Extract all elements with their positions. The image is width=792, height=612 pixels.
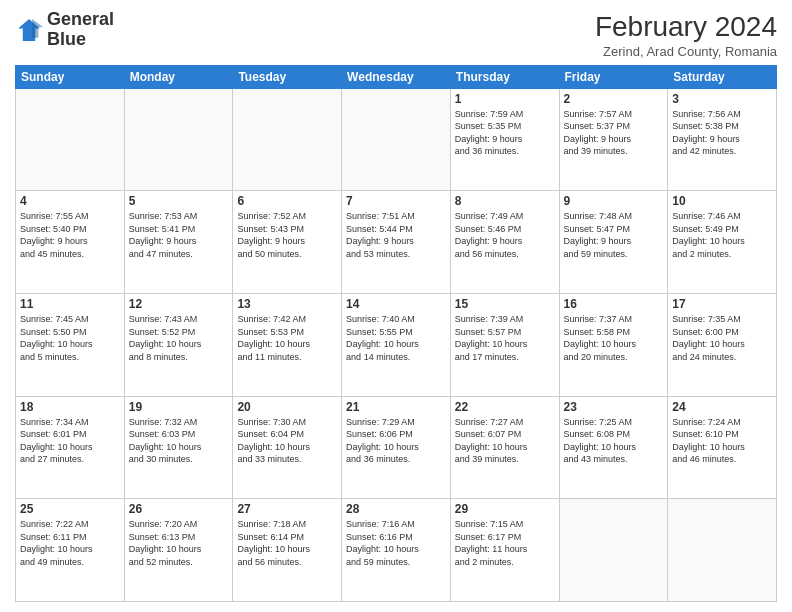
calendar-cell: 20Sunrise: 7:30 AM Sunset: 6:04 PM Dayli…	[233, 396, 342, 499]
day-info: Sunrise: 7:53 AM Sunset: 5:41 PM Dayligh…	[129, 210, 229, 260]
day-info: Sunrise: 7:15 AM Sunset: 6:17 PM Dayligh…	[455, 518, 555, 568]
day-info: Sunrise: 7:56 AM Sunset: 5:38 PM Dayligh…	[672, 108, 772, 158]
calendar-cell: 8Sunrise: 7:49 AM Sunset: 5:46 PM Daylig…	[450, 191, 559, 294]
day-info: Sunrise: 7:30 AM Sunset: 6:04 PM Dayligh…	[237, 416, 337, 466]
logo-text: General Blue	[47, 10, 114, 50]
day-number: 11	[20, 297, 120, 311]
calendar-cell: 5Sunrise: 7:53 AM Sunset: 5:41 PM Daylig…	[124, 191, 233, 294]
day-info: Sunrise: 7:16 AM Sunset: 6:16 PM Dayligh…	[346, 518, 446, 568]
calendar-cell: 16Sunrise: 7:37 AM Sunset: 5:58 PM Dayli…	[559, 293, 668, 396]
main-title: February 2024	[595, 10, 777, 44]
calendar-cell: 6Sunrise: 7:52 AM Sunset: 5:43 PM Daylig…	[233, 191, 342, 294]
day-info: Sunrise: 7:32 AM Sunset: 6:03 PM Dayligh…	[129, 416, 229, 466]
day-number: 25	[20, 502, 120, 516]
day-header-sunday: Sunday	[16, 65, 125, 88]
day-info: Sunrise: 7:40 AM Sunset: 5:55 PM Dayligh…	[346, 313, 446, 363]
day-header-wednesday: Wednesday	[342, 65, 451, 88]
day-number: 15	[455, 297, 555, 311]
week-row-2: 4Sunrise: 7:55 AM Sunset: 5:40 PM Daylig…	[16, 191, 777, 294]
day-number: 2	[564, 92, 664, 106]
calendar-cell	[233, 88, 342, 191]
calendar-cell: 26Sunrise: 7:20 AM Sunset: 6:13 PM Dayli…	[124, 499, 233, 602]
day-number: 27	[237, 502, 337, 516]
logo-line1: General	[47, 10, 114, 30]
calendar-cell: 4Sunrise: 7:55 AM Sunset: 5:40 PM Daylig…	[16, 191, 125, 294]
day-info: Sunrise: 7:42 AM Sunset: 5:53 PM Dayligh…	[237, 313, 337, 363]
day-info: Sunrise: 7:34 AM Sunset: 6:01 PM Dayligh…	[20, 416, 120, 466]
day-number: 12	[129, 297, 229, 311]
day-info: Sunrise: 7:39 AM Sunset: 5:57 PM Dayligh…	[455, 313, 555, 363]
day-info: Sunrise: 7:24 AM Sunset: 6:10 PM Dayligh…	[672, 416, 772, 466]
day-header-friday: Friday	[559, 65, 668, 88]
calendar-cell: 24Sunrise: 7:24 AM Sunset: 6:10 PM Dayli…	[668, 396, 777, 499]
day-number: 14	[346, 297, 446, 311]
calendar-cell: 1Sunrise: 7:59 AM Sunset: 5:35 PM Daylig…	[450, 88, 559, 191]
calendar-cell: 13Sunrise: 7:42 AM Sunset: 5:53 PM Dayli…	[233, 293, 342, 396]
calendar-table: SundayMondayTuesdayWednesdayThursdayFrid…	[15, 65, 777, 602]
day-info: Sunrise: 7:37 AM Sunset: 5:58 PM Dayligh…	[564, 313, 664, 363]
day-info: Sunrise: 7:43 AM Sunset: 5:52 PM Dayligh…	[129, 313, 229, 363]
calendar-cell	[342, 88, 451, 191]
calendar-cell	[559, 499, 668, 602]
day-number: 21	[346, 400, 446, 414]
day-header-saturday: Saturday	[668, 65, 777, 88]
day-info: Sunrise: 7:35 AM Sunset: 6:00 PM Dayligh…	[672, 313, 772, 363]
calendar-cell: 29Sunrise: 7:15 AM Sunset: 6:17 PM Dayli…	[450, 499, 559, 602]
day-number: 17	[672, 297, 772, 311]
calendar-cell: 27Sunrise: 7:18 AM Sunset: 6:14 PM Dayli…	[233, 499, 342, 602]
day-info: Sunrise: 7:48 AM Sunset: 5:47 PM Dayligh…	[564, 210, 664, 260]
day-info: Sunrise: 7:57 AM Sunset: 5:37 PM Dayligh…	[564, 108, 664, 158]
calendar-cell: 19Sunrise: 7:32 AM Sunset: 6:03 PM Dayli…	[124, 396, 233, 499]
day-info: Sunrise: 7:20 AM Sunset: 6:13 PM Dayligh…	[129, 518, 229, 568]
day-number: 8	[455, 194, 555, 208]
subtitle: Zerind, Arad County, Romania	[595, 44, 777, 59]
day-info: Sunrise: 7:45 AM Sunset: 5:50 PM Dayligh…	[20, 313, 120, 363]
calendar-cell: 25Sunrise: 7:22 AM Sunset: 6:11 PM Dayli…	[16, 499, 125, 602]
day-number: 24	[672, 400, 772, 414]
day-number: 4	[20, 194, 120, 208]
day-number: 16	[564, 297, 664, 311]
day-number: 9	[564, 194, 664, 208]
day-info: Sunrise: 7:25 AM Sunset: 6:08 PM Dayligh…	[564, 416, 664, 466]
day-header-tuesday: Tuesday	[233, 65, 342, 88]
calendar-cell: 3Sunrise: 7:56 AM Sunset: 5:38 PM Daylig…	[668, 88, 777, 191]
calendar-cell	[668, 499, 777, 602]
week-row-4: 18Sunrise: 7:34 AM Sunset: 6:01 PM Dayli…	[16, 396, 777, 499]
day-number: 29	[455, 502, 555, 516]
week-row-5: 25Sunrise: 7:22 AM Sunset: 6:11 PM Dayli…	[16, 499, 777, 602]
calendar-cell: 15Sunrise: 7:39 AM Sunset: 5:57 PM Dayli…	[450, 293, 559, 396]
logo-icon	[15, 16, 43, 44]
calendar-cell: 17Sunrise: 7:35 AM Sunset: 6:00 PM Dayli…	[668, 293, 777, 396]
day-info: Sunrise: 7:46 AM Sunset: 5:49 PM Dayligh…	[672, 210, 772, 260]
day-number: 20	[237, 400, 337, 414]
day-number: 5	[129, 194, 229, 208]
day-number: 26	[129, 502, 229, 516]
calendar-cell: 12Sunrise: 7:43 AM Sunset: 5:52 PM Dayli…	[124, 293, 233, 396]
day-info: Sunrise: 7:52 AM Sunset: 5:43 PM Dayligh…	[237, 210, 337, 260]
day-number: 7	[346, 194, 446, 208]
day-number: 10	[672, 194, 772, 208]
calendar-cell: 9Sunrise: 7:48 AM Sunset: 5:47 PM Daylig…	[559, 191, 668, 294]
logo: General Blue	[15, 10, 114, 50]
calendar-cell: 18Sunrise: 7:34 AM Sunset: 6:01 PM Dayli…	[16, 396, 125, 499]
calendar-cell: 11Sunrise: 7:45 AM Sunset: 5:50 PM Dayli…	[16, 293, 125, 396]
day-number: 28	[346, 502, 446, 516]
day-info: Sunrise: 7:27 AM Sunset: 6:07 PM Dayligh…	[455, 416, 555, 466]
logo-line2: Blue	[47, 30, 114, 50]
day-info: Sunrise: 7:49 AM Sunset: 5:46 PM Dayligh…	[455, 210, 555, 260]
day-header-thursday: Thursday	[450, 65, 559, 88]
calendar-cell	[16, 88, 125, 191]
day-number: 18	[20, 400, 120, 414]
calendar-cell: 21Sunrise: 7:29 AM Sunset: 6:06 PM Dayli…	[342, 396, 451, 499]
day-info: Sunrise: 7:51 AM Sunset: 5:44 PM Dayligh…	[346, 210, 446, 260]
day-number: 22	[455, 400, 555, 414]
day-number: 3	[672, 92, 772, 106]
week-row-3: 11Sunrise: 7:45 AM Sunset: 5:50 PM Dayli…	[16, 293, 777, 396]
day-info: Sunrise: 7:55 AM Sunset: 5:40 PM Dayligh…	[20, 210, 120, 260]
day-number: 1	[455, 92, 555, 106]
day-number: 13	[237, 297, 337, 311]
calendar-cell: 7Sunrise: 7:51 AM Sunset: 5:44 PM Daylig…	[342, 191, 451, 294]
day-number: 19	[129, 400, 229, 414]
title-section: February 2024 Zerind, Arad County, Roman…	[595, 10, 777, 59]
header: General Blue February 2024 Zerind, Arad …	[15, 10, 777, 59]
